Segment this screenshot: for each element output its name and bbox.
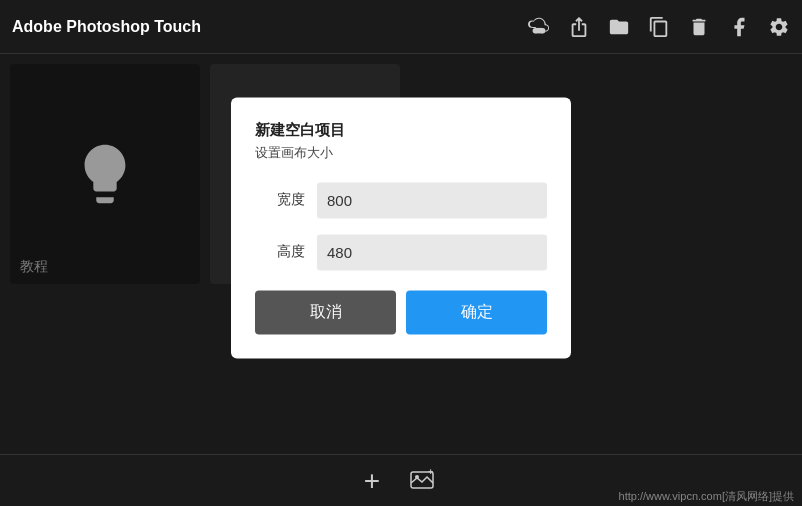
svg-rect-2 — [535, 27, 542, 32]
settings-icon[interactable] — [768, 16, 790, 38]
import-image-button[interactable]: + — [410, 469, 438, 493]
creative-cloud-icon[interactable] — [528, 16, 550, 38]
width-row: 宽度 — [255, 182, 547, 218]
footer-attribution: http://www.vipcn.com[清风网络]提供 — [619, 489, 794, 504]
import-image-icon: + — [410, 469, 438, 493]
width-input[interactable] — [317, 182, 547, 218]
header-toolbar — [528, 16, 790, 38]
height-row: 高度 — [255, 234, 547, 270]
trash-icon[interactable] — [688, 16, 710, 38]
width-label: 宽度 — [255, 191, 305, 209]
folder-icon[interactable] — [608, 16, 630, 38]
facebook-icon[interactable] — [728, 16, 750, 38]
height-label: 高度 — [255, 243, 305, 261]
cancel-button[interactable]: 取消 — [255, 290, 396, 334]
dialog-subtitle: 设置画布大小 — [255, 144, 547, 162]
dialog-buttons: 取消 确定 — [255, 290, 547, 334]
confirm-button[interactable]: 确定 — [406, 290, 547, 334]
main-content: 教程 新建空白项目 设置画布大小 宽度 高度 取消 确定 — [0, 54, 802, 454]
svg-point-4 — [415, 475, 419, 479]
app-header: Adobe Photoshop Touch — [0, 0, 802, 54]
app-title: Adobe Photoshop Touch — [12, 18, 528, 36]
share-icon[interactable] — [568, 16, 590, 38]
svg-text:+: + — [428, 469, 433, 477]
dialog-title: 新建空白项目 — [255, 121, 547, 140]
layers-icon[interactable] — [648, 16, 670, 38]
new-project-dialog: 新建空白项目 设置画布大小 宽度 高度 取消 确定 — [231, 97, 571, 358]
add-project-button[interactable]: + — [364, 465, 380, 497]
height-input[interactable] — [317, 234, 547, 270]
